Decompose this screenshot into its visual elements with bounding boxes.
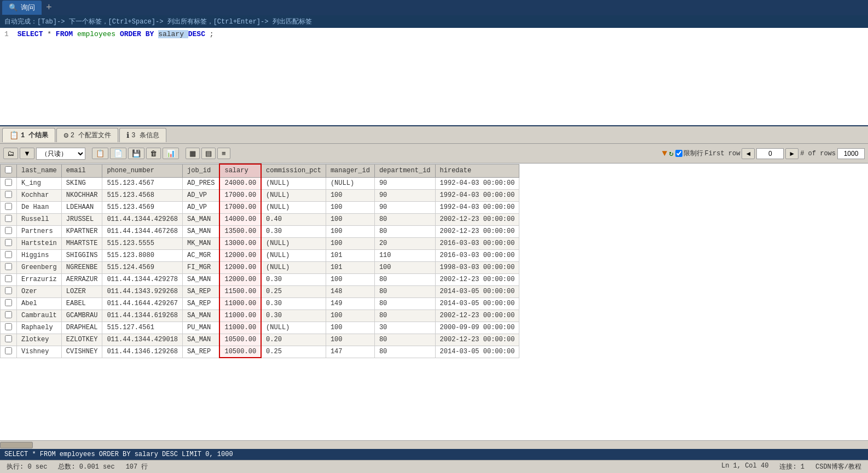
row-checkbox[interactable]: [5, 275, 12, 282]
table-cell: SA_MAN: [183, 273, 220, 285]
read-only-select[interactable]: （只读）: [36, 148, 85, 160]
table-cell: 11000.00: [219, 322, 261, 334]
table-cell: 2014-03-05 00:00:00: [435, 346, 519, 358]
table-cell: 2002-12-23 00:00:00: [435, 310, 519, 322]
result-tab-1[interactable]: 📋 1 个结果: [2, 128, 55, 142]
row-checkbox[interactable]: [5, 323, 12, 330]
row-checkbox[interactable]: [5, 227, 12, 234]
table-cell: SA_MAN: [183, 225, 220, 237]
first-row-input[interactable]: [756, 148, 784, 159]
table-cell: 100: [374, 261, 435, 273]
table-row: AbelEABEL011.44.1644.429267SA_REP11000.0…: [1, 297, 519, 310]
tab-query[interactable]: 🔍 询问: [2, 1, 42, 15]
next-page-btn[interactable]: ►: [785, 148, 798, 159]
table-row: PartnersKPARTNER011.44.1344.467268SA_MAN…: [1, 225, 519, 237]
col-header-email: email: [61, 164, 102, 177]
data-table-container[interactable]: last_name email phone_number job_id sala…: [0, 163, 868, 440]
select-all-checkbox[interactable]: [5, 166, 12, 173]
form-view-btn[interactable]: ▤: [201, 148, 216, 159]
table-cell: 80: [374, 297, 435, 310]
result-tab-2[interactable]: ⚙ 2 个配置文件: [56, 128, 118, 142]
row-checkbox[interactable]: [5, 347, 12, 354]
refresh-icon[interactable]: ↻: [669, 149, 673, 158]
copy-btn[interactable]: 📋: [92, 148, 108, 159]
row-checkbox[interactable]: [5, 335, 12, 342]
table-cell: LDEHAAN: [61, 201, 102, 213]
table-cell: 10500.00: [219, 334, 261, 346]
table-row: RaphaelyDRAPHEAL515.127.4561PU_MAN11000.…: [1, 322, 519, 334]
table-cell: [1, 261, 17, 273]
table-cell: 011.44.1344.619268: [102, 310, 183, 322]
bottom-left: 执行: 0 sec 总数: 0.001 sec 107 行: [7, 462, 148, 471]
table-cell: (NULL): [261, 189, 326, 201]
table-cell: K_ing: [17, 177, 62, 189]
tab-query-icon: 🔍: [9, 3, 18, 12]
sql-editor[interactable]: 1 SELECT * FROM employees ORDER BY salar…: [0, 28, 868, 126]
scrollbar-thumb-h[interactable]: [0, 442, 33, 448]
horizontal-scrollbar[interactable]: [0, 440, 868, 449]
table-cell: 011.44.1343.929268: [102, 285, 183, 297]
tab-add-button[interactable]: +: [42, 2, 56, 13]
table-cell: (NULL): [261, 177, 326, 189]
col-header-phone: phone_number: [102, 164, 183, 177]
row-checkbox[interactable]: [5, 287, 12, 294]
export-icon-btn[interactable]: 🗂: [3, 148, 18, 159]
table-cell: SKING: [61, 177, 102, 189]
row-checkbox[interactable]: [5, 203, 12, 210]
sql-line-1: 1 SELECT * FROM employees ORDER BY salar…: [4, 30, 864, 38]
table-cell: 20: [374, 237, 435, 249]
row-checkbox[interactable]: [5, 251, 12, 258]
table-cell: Russell: [17, 213, 62, 225]
delete-btn[interactable]: 🗑: [146, 148, 161, 159]
text-view-btn[interactable]: ≡: [217, 148, 230, 159]
table-cell: 2014-03-05 00:00:00: [435, 297, 519, 310]
table-cell: SHIGGINS: [61, 249, 102, 261]
row-checkbox[interactable]: [5, 179, 12, 186]
prev-page-btn[interactable]: ◄: [742, 148, 755, 159]
table-cell: EABEL: [61, 297, 102, 310]
dropdown-btn[interactable]: ▼: [20, 148, 34, 159]
table-cell: Higgins: [17, 249, 62, 261]
table-cell: 101: [326, 249, 374, 261]
table-cell: Partners: [17, 225, 62, 237]
table-cell: PU_MAN: [183, 322, 220, 334]
table-row: CambraultGCAMBRAU011.44.1344.619268SA_MA…: [1, 310, 519, 322]
table-cell: LOZER: [61, 285, 102, 297]
row-checkbox[interactable]: [5, 239, 12, 246]
row-checkbox[interactable]: [5, 311, 12, 318]
table-cell: (NULL): [326, 177, 374, 189]
table-cell: (NULL): [261, 322, 326, 334]
sql-from: FROM: [56, 30, 73, 38]
table-cell: NKOCHHAR: [61, 189, 102, 201]
grid-view-btn[interactable]: ▦: [186, 148, 200, 159]
limit-rows-checkbox[interactable]: [675, 150, 682, 157]
table-cell: 011.44.1344.429018: [102, 334, 183, 346]
table-cell: AERRAZUR: [61, 273, 102, 285]
table-cell: 100: [326, 189, 374, 201]
row-checkbox[interactable]: [5, 191, 12, 198]
row-checkbox[interactable]: [5, 215, 12, 222]
table-cell: [1, 310, 17, 322]
table-cell: (NULL): [261, 201, 326, 213]
results-table: last_name email phone_number job_id sala…: [0, 163, 519, 358]
table-cell: Kochhar: [17, 189, 62, 201]
table-cell: 0.30: [261, 297, 326, 310]
limit-rows-label: 限制行: [684, 149, 703, 158]
table-cell: 14000.00: [219, 213, 261, 225]
table-cell: 0.30: [261, 273, 326, 285]
row-checkbox[interactable]: [5, 263, 12, 270]
save-btn[interactable]: 💾: [128, 148, 144, 159]
result-tab-3[interactable]: ℹ 3 条信息: [119, 128, 166, 142]
table-cell: 2000-09-09 00:00:00: [435, 322, 519, 334]
tab-bar: 🔍 询问 +: [0, 0, 868, 15]
tab-query-label: 询问: [21, 3, 35, 13]
paste-btn[interactable]: 📄: [110, 148, 126, 159]
sql-desc: DESC: [188, 30, 205, 38]
table-cell: [1, 334, 17, 346]
line-number-1: 1: [4, 30, 9, 38]
row-checkbox[interactable]: [5, 299, 12, 306]
col-header-manager: manager_id: [326, 164, 374, 177]
table-cell: 515.123.8080: [102, 249, 183, 261]
more-btn[interactable]: 📊: [163, 148, 179, 159]
rows-count-input[interactable]: [837, 148, 865, 159]
